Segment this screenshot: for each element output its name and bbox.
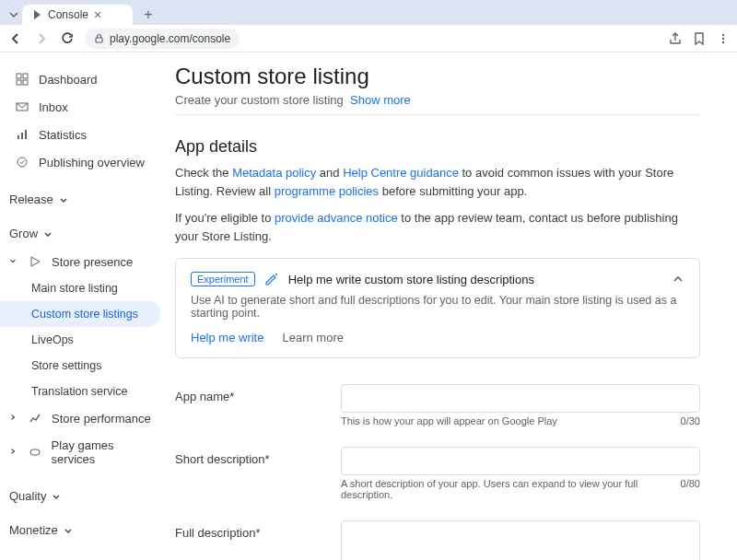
tab-favicon bbox=[31, 9, 42, 20]
svg-rect-11 bbox=[21, 133, 23, 139]
sidebar-item-play-games-services[interactable]: Play games services bbox=[0, 432, 166, 472]
svg-rect-10 bbox=[18, 135, 19, 139]
sidebar-section-quality[interactable]: Quality bbox=[0, 482, 166, 510]
sidebar-item-statistics[interactable]: Statistics bbox=[0, 121, 166, 148]
experiment-description: Use AI to generate short and full descri… bbox=[191, 294, 684, 320]
address-bar[interactable]: play.google.com/console bbox=[85, 29, 240, 49]
chevron-down-icon bbox=[52, 492, 61, 501]
short-desc-hint: A short description of your app. Users c… bbox=[341, 478, 681, 500]
eligible-text: If you're eligible to provide advance no… bbox=[175, 209, 700, 245]
sidebar-item-translation-service[interactable]: Translation service bbox=[0, 379, 166, 404]
sidebar-item-liveops[interactable]: LiveOps bbox=[0, 327, 166, 353]
short-desc-label: Short description* bbox=[175, 447, 341, 500]
svg-point-3 bbox=[722, 37, 724, 39]
chevron-right-icon bbox=[9, 448, 18, 457]
forward-button[interactable] bbox=[33, 30, 50, 47]
sidebar-item-publishing[interactable]: Publishing overview bbox=[0, 148, 166, 176]
sidebar-item-store-presence[interactable]: Store presence bbox=[0, 248, 166, 275]
learn-more-link[interactable]: Learn more bbox=[282, 331, 343, 344]
section-heading-app-details: App details bbox=[175, 137, 700, 157]
svg-rect-12 bbox=[25, 130, 27, 139]
inbox-icon bbox=[15, 99, 29, 114]
guidance-text: Check the Metadata policy and Help Centr… bbox=[175, 164, 700, 200]
collapse-icon[interactable] bbox=[672, 273, 684, 286]
app-name-input[interactable] bbox=[341, 384, 700, 413]
experiment-panel: Experiment Help me write custom store li… bbox=[175, 258, 700, 358]
tab-list-dropdown[interactable] bbox=[6, 5, 22, 25]
app-name-counter: 0/30 bbox=[681, 415, 700, 426]
app-name-hint: This is how your app will appear on Goog… bbox=[341, 415, 557, 426]
form-row-full-desc: Full description* 0/4000 bbox=[175, 520, 700, 560]
sidebar-item-custom-store-listings[interactable]: Custom store listings bbox=[0, 301, 160, 327]
statistics-icon bbox=[15, 127, 29, 142]
short-desc-counter: 0/80 bbox=[681, 478, 700, 500]
sidebar-item-label: Play games services bbox=[52, 438, 157, 466]
sidebar-item-label: Statistics bbox=[39, 128, 87, 142]
svg-rect-6 bbox=[23, 74, 28, 78]
chevron-down-icon bbox=[64, 526, 73, 535]
sidebar-item-label: Inbox bbox=[39, 100, 68, 114]
app-name-label: App name* bbox=[175, 384, 341, 426]
help-me-write-link[interactable]: Help me write bbox=[191, 331, 263, 344]
store-icon bbox=[28, 254, 42, 269]
svg-rect-1 bbox=[96, 38, 102, 42]
chevron-right-icon bbox=[9, 414, 18, 423]
sidebar-section-policy[interactable]: Policy bbox=[0, 550, 166, 560]
full-desc-textarea[interactable] bbox=[341, 520, 700, 560]
share-icon[interactable] bbox=[669, 32, 682, 45]
page-title: Custom store listing bbox=[175, 64, 700, 89]
sidebar-item-store-performance[interactable]: Store performance bbox=[0, 404, 166, 432]
page-subtitle: Create your custom store listing Show mo… bbox=[175, 93, 700, 107]
svg-rect-15 bbox=[30, 449, 40, 455]
bookmark-icon[interactable] bbox=[693, 32, 706, 45]
browser-tab-strip: Console × + bbox=[0, 0, 737, 25]
form-row-app-name: App name* This is how your app will appe… bbox=[175, 384, 700, 426]
svg-rect-8 bbox=[23, 80, 28, 85]
performance-icon bbox=[28, 411, 42, 426]
url-text: play.google.com/console bbox=[110, 32, 230, 45]
form-row-short-desc: Short description* A short description o… bbox=[175, 447, 700, 500]
close-icon[interactable]: × bbox=[94, 8, 101, 21]
svg-marker-14 bbox=[31, 257, 40, 266]
section-label: Release bbox=[9, 192, 53, 206]
browser-toolbar: play.google.com/console bbox=[0, 25, 737, 52]
help-centre-link[interactable]: Help Centre guidance bbox=[343, 166, 459, 180]
chevron-down-icon bbox=[59, 195, 68, 204]
reload-button[interactable] bbox=[59, 30, 76, 47]
sidebar-item-label: Custom store listings bbox=[31, 308, 138, 321]
tab-title: Console bbox=[48, 8, 88, 21]
sidebar-section-release[interactable]: Release bbox=[0, 185, 166, 214]
pencil-sparkle-icon bbox=[264, 272, 279, 286]
programme-policies-link[interactable]: programme policies bbox=[275, 184, 379, 198]
sidebar-item-dashboard[interactable]: Dashboard bbox=[0, 65, 166, 93]
sidebar-section-grow[interactable]: Grow bbox=[0, 219, 166, 248]
experiment-badge: Experiment bbox=[191, 272, 255, 286]
sidebar-item-inbox[interactable]: Inbox bbox=[0, 93, 166, 121]
advance-notice-link[interactable]: provide advance notice bbox=[275, 211, 398, 225]
svg-rect-7 bbox=[17, 80, 21, 85]
browser-tab[interactable]: Console × bbox=[22, 5, 133, 25]
sidebar-item-store-settings[interactable]: Store settings bbox=[0, 353, 166, 379]
svg-point-13 bbox=[18, 158, 27, 167]
svg-marker-0 bbox=[34, 10, 41, 19]
games-icon bbox=[28, 445, 42, 460]
menu-icon[interactable] bbox=[717, 32, 730, 45]
back-button[interactable] bbox=[7, 30, 24, 47]
show-more-link[interactable]: Show more bbox=[350, 93, 411, 107]
sidebar-item-label: LiveOps bbox=[31, 333, 74, 346]
section-label: Quality bbox=[9, 489, 46, 503]
dashboard-icon bbox=[15, 72, 29, 87]
publishing-icon bbox=[15, 155, 29, 169]
sidebar-item-label: Store presence bbox=[52, 255, 133, 269]
new-tab-button[interactable]: + bbox=[138, 5, 158, 25]
chevron-down-icon bbox=[9, 257, 18, 266]
sidebar: Dashboard Inbox Statistics Publishing ov… bbox=[0, 52, 166, 560]
sidebar-item-label: Main store listing bbox=[31, 282, 118, 295]
short-desc-input[interactable] bbox=[341, 447, 700, 475]
metadata-policy-link[interactable]: Metadata policy bbox=[232, 166, 316, 180]
svg-point-4 bbox=[722, 41, 724, 42]
sidebar-item-main-store-listing[interactable]: Main store listing bbox=[0, 275, 166, 301]
svg-point-2 bbox=[722, 33, 724, 35]
section-label: Grow bbox=[9, 227, 38, 240]
sidebar-section-monetize[interactable]: Monetize bbox=[0, 516, 166, 544]
